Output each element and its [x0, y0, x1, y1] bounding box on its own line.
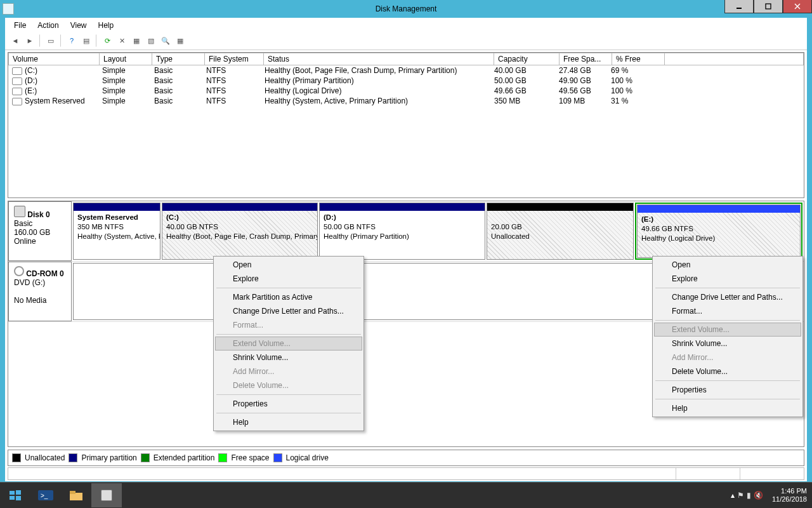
- partition-e[interactable]: (E:) 49.66 GB NTFS Healthy (Logical Driv…: [637, 204, 801, 258]
- menu-action[interactable]: Action: [32, 20, 63, 31]
- tray-volume-icon[interactable]: 🔇: [754, 491, 763, 500]
- maximize-button[interactable]: [754, 0, 783, 13]
- taskbar-disk-management[interactable]: [91, 483, 122, 507]
- col-filler: [665, 53, 804, 65]
- partition-stripe: [487, 203, 633, 211]
- taskbar-powershell[interactable]: >_: [30, 483, 61, 507]
- menu-help[interactable]: Help: [654, 401, 801, 415]
- col-pct[interactable]: % Free: [612, 53, 665, 65]
- column-headers[interactable]: Volume Layout Type File System Status Ca…: [8, 53, 804, 65]
- system-tray[interactable]: ▴ ⚑ ▮ 🔇 1:46 PM 11/26/2018: [726, 487, 812, 504]
- taskbar[interactable]: >_ ▴ ⚑ ▮ 🔇 1:46 PM 11/26/2018: [0, 482, 812, 508]
- menu-separator: [216, 394, 361, 395]
- partition-c[interactable]: (C:) 40.00 GB NTFS Healthy (Boot, Page F…: [162, 203, 318, 260]
- volume-row[interactable]: (E:)SimpleBasicNTFSHealthy (Logical Driv…: [8, 86, 804, 96]
- volume-row[interactable]: (D:)SimpleBasicNTFSHealthy (Primary Part…: [8, 76, 804, 86]
- cdrom-name: CD-ROM 0: [26, 269, 63, 278]
- volume-list[interactable]: Volume Layout Type File System Status Ca…: [8, 52, 804, 198]
- svg-rect-4: [10, 491, 15, 495]
- cdrom-type: DVD (G:): [14, 278, 45, 287]
- svg-rect-7: [16, 496, 21, 500]
- menu-change-letter[interactable]: Change Drive Letter and Paths...: [654, 290, 801, 304]
- partition-system-reserved[interactable]: System Reserved 350 MB NTFS Healthy (Sys…: [73, 203, 160, 260]
- menu-properties[interactable]: Properties: [654, 383, 801, 397]
- partition-title: (C:): [166, 213, 179, 221]
- disk-name: Disk 0: [27, 210, 49, 219]
- col-type[interactable]: Type: [152, 53, 205, 65]
- partition-size: 40.00 GB NTFS: [166, 223, 218, 231]
- svg-rect-11: [70, 491, 75, 494]
- menu-format: Format...: [215, 318, 362, 332]
- partition-d[interactable]: (D:) 50.00 GB NTFS Healthy (Primary Part…: [319, 203, 485, 260]
- svg-rect-1: [766, 4, 771, 9]
- volume-row[interactable]: System ReservedSimpleBasicNTFSHealthy (S…: [8, 96, 804, 106]
- legend-swatch-logical: [273, 453, 282, 462]
- col-volume[interactable]: Volume: [8, 53, 100, 65]
- volume-row[interactable]: (C:)SimpleBasicNTFSHealthy (Boot, Page F…: [8, 65, 804, 76]
- cdrom-header[interactable]: CD-ROM 0 DVD (G:) No Media: [8, 262, 72, 321]
- col-fs[interactable]: File System: [205, 53, 264, 65]
- menu-separator: [655, 399, 800, 399]
- context-menu-c: Open Explore Mark Partition as Active Ch…: [213, 256, 364, 431]
- status-bar: [8, 467, 804, 480]
- minimize-button[interactable]: [724, 0, 754, 13]
- close-button[interactable]: [783, 0, 812, 13]
- menu-open[interactable]: Open: [654, 258, 801, 272]
- menu-explore[interactable]: Explore: [215, 272, 362, 286]
- help-button[interactable]: ?: [65, 34, 78, 47]
- disk-icon: [101, 490, 112, 501]
- partition-size: 50.00 GB NTFS: [324, 223, 376, 231]
- menu-shrink-volume[interactable]: Shrink Volume...: [654, 337, 801, 351]
- delete-button[interactable]: ✕: [115, 34, 128, 47]
- menu-properties[interactable]: Properties: [215, 397, 362, 411]
- tray-flag-icon[interactable]: ⚑: [737, 491, 744, 500]
- show-hide-console-button[interactable]: ▭: [44, 34, 57, 47]
- find-button[interactable]: 🔍: [159, 34, 172, 47]
- tray-network-icon[interactable]: ▮: [747, 491, 751, 500]
- col-layout[interactable]: Layout: [100, 53, 152, 65]
- menu-file[interactable]: File: [9, 20, 31, 31]
- menu-separator: [216, 334, 361, 335]
- settings-button[interactable]: ▤: [80, 34, 93, 47]
- menu-format[interactable]: Format...: [654, 304, 801, 318]
- partition-stripe: [74, 203, 160, 211]
- tray-chevron-icon[interactable]: ▴: [731, 491, 735, 500]
- col-status[interactable]: Status: [264, 53, 494, 65]
- menu-extend-volume: Extend Volume...: [654, 323, 801, 337]
- properties-button[interactable]: ▦: [130, 34, 143, 47]
- col-capacity[interactable]: Capacity: [494, 53, 560, 65]
- menu-mark-active[interactable]: Mark Partition as Active: [215, 290, 362, 304]
- partition-unallocated[interactable]: 20.00 GB Unallocated: [487, 203, 634, 260]
- partition-size: 49.66 GB NTFS: [641, 225, 693, 232]
- disk-0-header[interactable]: Disk 0 Basic 160.00 GB Online: [8, 201, 72, 261]
- col-free[interactable]: Free Spa...: [560, 53, 612, 65]
- app-icon: [3, 3, 14, 15]
- disk-state: Online: [14, 237, 36, 246]
- tray-time: 1:46 PM: [772, 487, 807, 495]
- menu-help[interactable]: Help: [215, 415, 362, 429]
- partition-title: (D:): [324, 213, 336, 221]
- menu-open[interactable]: Open: [215, 258, 362, 272]
- cdrom-status: No Media: [14, 296, 46, 305]
- menu-add-mirror: Add Mirror...: [215, 364, 362, 378]
- menu-shrink-volume[interactable]: Shrink Volume...: [215, 351, 362, 364]
- menu-explore[interactable]: Explore: [654, 272, 801, 286]
- back-button[interactable]: ◄: [9, 34, 22, 47]
- forward-button[interactable]: ►: [23, 34, 36, 47]
- menu-help[interactable]: Help: [93, 20, 119, 31]
- tray-date: 11/26/2018: [772, 495, 807, 504]
- taskbar-explorer[interactable]: [61, 483, 91, 507]
- menu-separator: [655, 320, 800, 321]
- refresh-button[interactable]: ⟳: [101, 34, 114, 47]
- legend-swatch-primary: [69, 453, 77, 462]
- context-menu-e: Open Explore Change Drive Letter and Pat…: [652, 256, 803, 417]
- menu-change-letter[interactable]: Change Drive Letter and Paths...: [215, 304, 362, 318]
- menu-view[interactable]: View: [65, 20, 92, 31]
- start-button[interactable]: [0, 483, 30, 507]
- more-button[interactable]: ▦: [174, 34, 187, 47]
- partition-status: Healthy (Boot, Page File, Crash Dump, Pr…: [166, 232, 317, 240]
- menu-delete-volume[interactable]: Delete Volume...: [654, 364, 801, 378]
- menu-separator: [216, 413, 361, 413]
- action-button[interactable]: ▧: [145, 34, 157, 47]
- tray-clock[interactable]: 1:46 PM 11/26/2018: [772, 487, 807, 504]
